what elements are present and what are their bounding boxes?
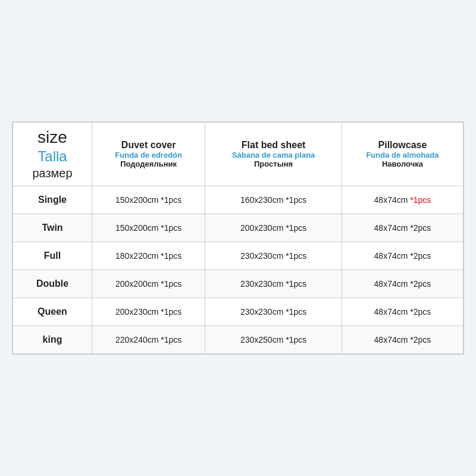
flat-cell: 230x230cm *1pcs	[205, 298, 342, 326]
pillow-cell: 48x74cm *2pcs	[342, 242, 463, 270]
row-size-label: Twin	[42, 223, 62, 233]
row-size-label: king	[43, 334, 62, 345]
russian-label: размер	[20, 165, 84, 181]
pillow-cell: 48x74cm *2pcs	[342, 326, 463, 354]
duvet-cell: 200x200cm *1pcs	[92, 270, 205, 298]
table-row: Twin150x200cm *1pcs200x230cm *1pcs48x74c…	[13, 214, 464, 242]
pillow-cell: 48x74cm *1pcs	[342, 186, 463, 214]
duvet-cell: 220x240cm *1pcs	[92, 326, 205, 354]
duvet-header: Duvet cover Funda de edredón Пододеяльни…	[92, 122, 205, 186]
pillow-count: *2pcs	[410, 279, 431, 289]
size-cell: Queen	[13, 298, 92, 326]
table-row: Full180x220cm *1pcs230x230cm *1pcs48x74c…	[13, 242, 464, 270]
duvet-cell: 180x220cm *1pcs	[92, 242, 205, 270]
row-size-label: Single	[38, 195, 67, 205]
row-size-label: Full	[44, 250, 61, 261]
duvet-cell: 200x230cm *1pcs	[92, 298, 205, 326]
pillow-size: 48x74cm	[374, 307, 411, 317]
duvet-title-es: Funda de edredón	[97, 151, 200, 159]
size-cell: Double	[13, 270, 92, 298]
table-row: Queen200x230cm *1pcs230x230cm *1pcs48x74…	[13, 298, 464, 326]
table-row: Double200x200cm *1pcs230x230cm *1pcs48x7…	[13, 270, 464, 298]
size-header-cell: size Talla размер	[13, 122, 92, 186]
talla-label: Talla	[20, 147, 84, 165]
duvet-title-en: Duvet cover	[97, 140, 200, 151]
pillow-size: 48x74cm	[374, 335, 411, 345]
flat-cell: 230x230cm *1pcs	[205, 242, 342, 270]
pillow-header: Pillowcase Funda de almohada Наволочка	[342, 122, 463, 186]
flat-header: Flat bed sheet Sábana de cama plana Прос…	[205, 122, 342, 186]
table-row: king220x240cm *1pcs230x250cm *1pcs48x74c…	[13, 326, 464, 354]
pillow-title-ru: Наволочка	[347, 159, 458, 168]
size-chart: size Talla размер Duvet cover Funda de e…	[12, 121, 464, 355]
flat-cell: 160x230cm *1pcs	[205, 186, 342, 214]
size-label: size	[20, 127, 84, 148]
flat-title-ru: Простыня	[210, 159, 337, 168]
size-cell: Twin	[13, 214, 92, 242]
size-cell: Single	[13, 186, 92, 214]
pillow-count: *2pcs	[410, 251, 431, 261]
flat-title-es: Sábana de cama plana	[210, 151, 337, 159]
flat-title-en: Flat bed sheet	[210, 140, 337, 151]
duvet-title-ru: Пододеяльник	[97, 159, 200, 168]
row-size-label: Double	[36, 278, 68, 289]
table-row: Single150x200cm *1pcs160x230cm *1pcs48x7…	[13, 186, 464, 214]
flat-cell: 200x230cm *1pcs	[205, 214, 342, 242]
size-cell: king	[13, 326, 92, 354]
pillow-count: *2pcs	[410, 307, 431, 317]
pillow-count: *1pcs	[410, 195, 431, 205]
pillow-cell: 48x74cm *2pcs	[342, 214, 463, 242]
duvet-cell: 150x200cm *1pcs	[92, 214, 205, 242]
pillow-size: 48x74cm	[374, 223, 411, 233]
pillow-count: *2pcs	[410, 223, 431, 233]
pillow-size: 48x74cm	[374, 279, 411, 289]
flat-cell: 230x250cm *1pcs	[205, 326, 342, 354]
pillow-count: *2pcs	[410, 335, 431, 345]
pillow-title-es: Funda de almohada	[347, 151, 458, 159]
duvet-cell: 150x200cm *1pcs	[92, 186, 205, 214]
pillow-cell: 48x74cm *2pcs	[342, 298, 463, 326]
pillow-size: 48x74cm	[374, 251, 411, 261]
pillow-size: 48x74cm	[374, 195, 411, 205]
pillow-cell: 48x74cm *2pcs	[342, 270, 463, 298]
flat-cell: 230x230cm *1pcs	[205, 270, 342, 298]
row-size-label: Queen	[37, 306, 67, 317]
pillow-title-en: Pillowcase	[347, 140, 458, 151]
size-cell: Full	[13, 242, 92, 270]
